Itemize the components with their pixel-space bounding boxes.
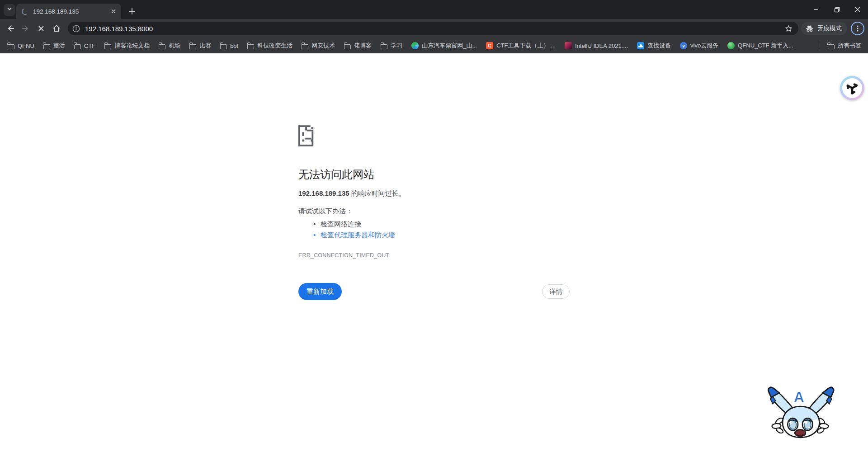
error-message: 192.168.189.135 的响应时间过长。 [298,189,570,198]
close-icon [855,7,860,12]
stop-loading-button[interactable] [34,21,48,36]
bookmark-label: bot [230,42,238,49]
incognito-icon [805,24,814,33]
bookmark-items: QFNU 整活 CTF 博客论坛文档 [5,40,816,51]
suggestions-heading: 请试试以下办法： [298,207,570,216]
bookmark-item[interactable]: 博客论坛文档 [101,40,153,51]
bookmark-favicon [247,44,254,49]
site-info-button[interactable] [71,23,81,34]
bookmark-favicon [727,42,735,49]
back-arrow-icon [6,24,15,33]
sad-page-icon [298,125,315,146]
bookmark-label: CTF工具下载（上） ... [496,42,556,50]
folder-icon [828,44,835,49]
error-code: ERR_CONNECTION_TIMED_OUT [298,252,570,259]
tab-title: 192.168.189.135 [33,8,109,15]
browser-tab[interactable]: 192.168.189.135 [16,4,121,19]
bookmark-favicon [43,44,50,49]
bookmark-favicon [411,42,419,49]
network-error-panel: 无法访问此网站 192.168.189.135 的响应时间过长。 请试试以下办法… [298,125,570,300]
restore-icon [834,7,840,13]
bookmark-favicon [189,44,196,49]
suggestion-item: 检查代理服务器和防火墙 [313,230,570,240]
bookmark-label: 学习 [391,42,402,50]
home-button[interactable] [49,21,64,36]
plus-icon [128,7,136,15]
bookmark-item[interactable]: 网安技术 [298,40,338,51]
back-button[interactable] [3,21,18,36]
incognito-badge: 无痕模式 [801,22,847,35]
bookmark-favicon [302,44,308,49]
stop-x-icon [37,24,45,33]
bookmark-favicon [486,42,493,49]
bookmark-label: 佬博客 [354,42,372,50]
reload-button[interactable]: 重新加载 [298,283,342,300]
bookmark-item[interactable]: IntelliJ IDEA 2021.... [561,41,631,51]
tab-close-button[interactable] [109,7,118,15]
three-dot-menu-icon [854,25,861,32]
minimize-button[interactable] [806,0,826,19]
bookmark-item[interactable]: 山东汽车票官网_山... [408,40,480,51]
bookmark-item[interactable]: CTF工具下载（上） ... [483,40,559,51]
bookmark-favicon [159,44,165,49]
bookmark-item[interactable]: bot [217,41,241,51]
bookmark-favicon [220,44,227,49]
error-title: 无法访问此网站 [298,167,570,182]
close-icon [110,8,117,14]
bookmark-label: QFNU [18,42,34,49]
bookmark-favicon [565,42,572,49]
bookmark-item[interactable]: vivo云服务 [677,40,722,51]
star-icon [784,24,793,33]
all-bookmarks-button[interactable]: 所有书签 [825,40,864,51]
bookmark-label: 查找设备 [647,42,671,50]
bookmark-item[interactable]: QFNU [5,41,38,51]
extension-logo-icon [842,78,862,98]
bookmark-favicon [8,44,14,49]
url-input[interactable]: 192.168.189.135:8000 [85,25,783,33]
bookmark-label: 博客论坛文档 [114,42,150,50]
bookmark-label: 科技改变生活 [257,42,292,50]
bookmark-favicon [104,44,111,49]
page-content: 无法访问此网站 192.168.189.135 的响应时间过长。 请试试以下办法… [0,53,868,466]
suggestion-item: 检查网络连接 [313,219,570,230]
bookmark-label: 整活 [53,42,65,50]
forward-button[interactable] [19,21,33,36]
bookmark-label: vivo云服务 [690,42,718,50]
suggestions-list: 检查网络连接 检查代理服务器和防火墙 [298,219,570,240]
bookmark-label: IntelliJ IDEA 2021.... [575,42,628,49]
bookmark-item[interactable]: 机场 [156,40,184,51]
incognito-label: 无痕模式 [817,24,842,33]
bookmark-item[interactable]: 佬博客 [341,40,375,51]
home-icon [52,24,61,33]
bookmarks-separator [819,42,819,50]
title-bar: 192.168.189.135 [0,0,868,19]
bookmark-item[interactable]: 比赛 [186,40,214,51]
mascot-pet[interactable]: A [761,385,839,442]
bookmark-label: CTF [84,42,95,49]
new-tab-button[interactable] [127,6,137,17]
restore-button[interactable] [826,0,847,19]
details-button[interactable]: 详情 [542,284,570,299]
bookmark-item[interactable]: 学习 [377,40,406,51]
close-window-button[interactable] [847,0,868,19]
error-message-tail: 的响应时间过长。 [349,189,406,197]
bookmark-item[interactable]: 科技改变生活 [244,40,296,51]
bookmark-favicon [680,42,687,49]
suggestion-text[interactable]: 检查代理服务器和防火墙 [321,231,395,239]
all-bookmarks-section: 所有书签 [816,40,864,51]
all-bookmarks-label: 所有书签 [838,42,861,50]
info-icon [72,24,80,33]
bookmark-item[interactable]: QFNU_CTF 新手入... [724,40,797,51]
browser-menu-button[interactable] [851,22,864,35]
bookmark-item[interactable]: CTF [71,41,99,51]
bookmark-favicon [381,44,387,49]
extension-floating-button[interactable] [840,76,864,100]
tab-search-button[interactable] [4,4,15,16]
bookmark-item[interactable]: 整活 [40,40,68,51]
bookmark-label: 机场 [169,42,180,50]
bookmark-star-button[interactable] [783,23,794,34]
bookmark-item[interactable]: 查找设备 [634,40,674,51]
bookmark-favicon [637,42,644,49]
address-bar[interactable]: 192.168.189.135:8000 [68,22,798,35]
error-host: 192.168.189.135 [298,189,349,197]
